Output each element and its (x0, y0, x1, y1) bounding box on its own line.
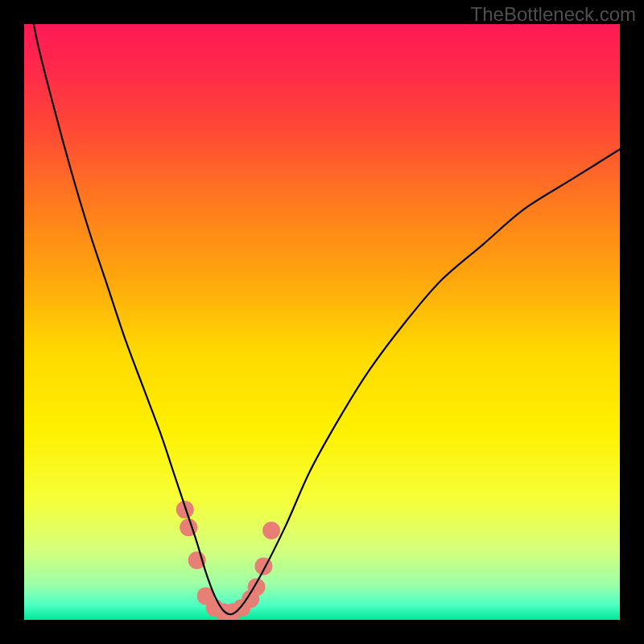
data-marker (176, 501, 194, 518)
chart-plot-area (24, 24, 620, 620)
chart-svg (24, 24, 620, 620)
data-marker (262, 522, 280, 539)
gradient-background (24, 24, 620, 620)
outer-black-frame: TheBottleneck.com (0, 0, 644, 644)
watermark-text: TheBottleneck.com (471, 3, 636, 26)
